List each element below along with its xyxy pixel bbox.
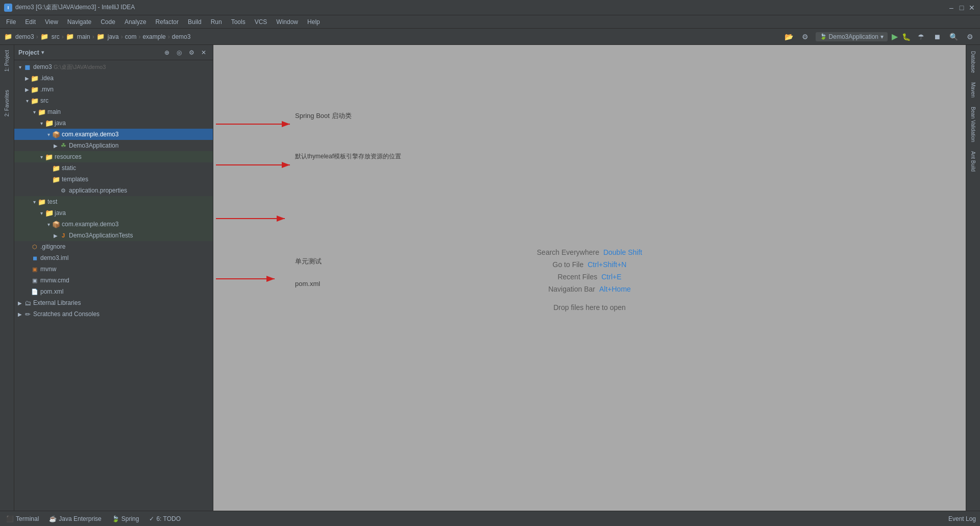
spring-label: Spring [121, 515, 139, 522]
run-config-dropdown[interactable]: ▾ [880, 33, 884, 40]
tree-item-mvn[interactable]: ▶ 📁 .mvn [14, 84, 213, 95]
side-tab-project[interactable]: 1: Project [2, 47, 12, 75]
panel-title-dropdown[interactable]: ▾ [41, 50, 44, 55]
toolbar-settings-btn[interactable]: ⚙ [964, 31, 976, 43]
menu-file[interactable]: File [2, 17, 20, 27]
breadcrumb-java[interactable]: 📁 java [96, 33, 119, 41]
breadcrumb-item-demo3-pkg: demo3 [172, 33, 191, 40]
nav-bar-label: Navigation Bar [548, 285, 595, 293]
menu-window[interactable]: Window [272, 17, 302, 27]
menu-help[interactable]: Help [303, 17, 324, 27]
breadcrumb-demo3-pkg[interactable]: demo3 [172, 33, 191, 40]
tree-item-pom-xml[interactable]: ▶ 📄 pom.xml [14, 286, 213, 297]
tree-item-demo3-root[interactable]: ▾ ◼ demo3 G:\桌面\JAVA\demo3 [14, 61, 213, 73]
side-tab-database[interactable]: Database [968, 47, 978, 77]
stop-button[interactable]: ⏹ [931, 31, 943, 43]
com-example-test-label: com.example.demo3 [62, 221, 118, 228]
menu-run[interactable]: Run [207, 17, 226, 27]
side-tab-favorites[interactable]: 2: Favorites [2, 87, 12, 119]
menu-refactor[interactable]: Refactor [152, 17, 183, 27]
tree-item-gitignore[interactable]: ▶ ⬡ .gitignore [14, 241, 213, 252]
tree-item-com-example-test[interactable]: ▾ 📦 com.example.demo3 [14, 219, 213, 230]
tree-item-java-main[interactable]: ▾ 📁 java [14, 117, 213, 129]
tree-item-java-test[interactable]: ▾ 📁 java [14, 207, 213, 219]
app-props-label: application.properties [69, 187, 127, 194]
folder-icon-main: 📁 [66, 33, 74, 41]
tree-item-application-props[interactable]: ▶ ⚙ application.properties [14, 185, 213, 196]
panel-settings-btn[interactable]: ⚙ [186, 47, 197, 58]
open-folder-btn[interactable]: 📂 [783, 31, 795, 43]
tree-item-resources[interactable]: ▾ 📁 resources [14, 151, 213, 162]
tree-item-mvnw[interactable]: ▶ ▣ mvnw [14, 264, 213, 275]
close-button[interactable]: ✕ [968, 4, 976, 12]
menu-edit[interactable]: Edit [21, 17, 40, 27]
coverage-button[interactable]: ☂ [915, 31, 927, 43]
side-tab-bean-validation[interactable]: Bean Validation [968, 103, 978, 146]
search-everywhere-hint: Search Everywhere Double Shift [537, 248, 642, 256]
iml-icon: ◼ [31, 254, 39, 262]
editor-hints: Search Everywhere Double Shift Go to Fil… [537, 244, 642, 312]
menu-view[interactable]: View [41, 17, 62, 27]
breadcrumb-com[interactable]: com [125, 33, 137, 40]
tree-item-templates[interactable]: ▶ 📁 templates [14, 174, 213, 185]
run-button[interactable]: ▶ [892, 32, 898, 41]
java-main-label: java [55, 119, 66, 127]
mvnw-label: mvnw [40, 266, 56, 273]
folder-icon-src-tree: 📁 [31, 97, 39, 105]
breadcrumb-src[interactable]: 📁 src [40, 33, 60, 41]
java-enterprise-icon: ☕ [49, 515, 57, 522]
tree-item-test[interactable]: ▾ 📁 test [14, 196, 213, 207]
menu-tools[interactable]: Tools [227, 17, 250, 27]
bottom-tab-java-enterprise[interactable]: ☕ Java Enterprise [47, 514, 103, 523]
tree-item-external-libs[interactable]: ▶ 🗂 External Libraries [14, 297, 213, 308]
menu-vcs[interactable]: VCS [251, 17, 272, 27]
breadcrumb-example[interactable]: example [142, 33, 165, 40]
panel-title: Project ▾ [18, 49, 44, 56]
todo-label: 6: TODO [156, 515, 181, 522]
tree-item-com-example-demo3[interactable]: ▾ 📦 com.example.demo3 [14, 129, 213, 140]
breadcrumb-demo3[interactable]: 📁 demo3 [4, 33, 34, 41]
menu-navigate[interactable]: Navigate [63, 17, 95, 27]
breadcrumb-main[interactable]: 📁 main [66, 33, 90, 41]
tree-item-demo3-iml[interactable]: ▶ ◼ demo3.iml [14, 252, 213, 264]
tree-item-mvnw-cmd[interactable]: ▶ ▣ mvnw.cmd [14, 275, 213, 286]
run-configuration[interactable]: 🍃 Demo3Application ▾ [816, 32, 888, 41]
tree-item-src[interactable]: ▾ 📁 src [14, 95, 213, 106]
tree-item-scratches[interactable]: ▶ ✏ Scratches and Consoles [14, 308, 213, 320]
minimize-button[interactable]: – [947, 4, 955, 12]
folder-icon-java-main: 📁 [45, 119, 53, 127]
spring-icon: 🍃 [820, 33, 827, 40]
resources-label: resources [55, 153, 82, 160]
collapse-all-btn[interactable]: ⊕ [162, 47, 172, 58]
side-tab-ant-build[interactable]: Ant Build [968, 147, 978, 176]
tree-item-idea[interactable]: ▶ 📁 .idea [14, 73, 213, 84]
nav-bar-hint: Navigation Bar Alt+Home [537, 285, 642, 293]
bottom-tab-todo[interactable]: ✓ 6: TODO [147, 514, 183, 523]
locate-btn[interactable]: ◎ [174, 47, 184, 58]
panel-hide-btn[interactable]: ✕ [199, 47, 209, 58]
side-tab-maven[interactable]: Maven [968, 78, 978, 102]
test-label: test [47, 198, 57, 205]
tree-item-static[interactable]: ▶ 📁 static [14, 162, 213, 174]
event-log-label[interactable]: Event Log [948, 515, 976, 522]
menu-code[interactable]: Code [96, 17, 119, 27]
unit-test-annotation-text: 单元测试 [295, 257, 322, 266]
arrow-demo3: ▾ [16, 64, 23, 70]
tree-item-demo3application[interactable]: ▶ ☘ Demo3Application [14, 140, 213, 151]
debug-button[interactable]: 🐛 [902, 33, 911, 41]
demo3applicationtests-label: Demo3ApplicationTests [69, 232, 133, 239]
java-test-class-icon: J [59, 231, 67, 240]
arrow-src: ▾ [23, 98, 31, 104]
demo3-root-label: demo3 [33, 63, 54, 70]
bottom-tab-spring[interactable]: 🍃 Spring [110, 514, 141, 523]
bottom-tab-terminal[interactable]: ⬛ Terminal [4, 514, 41, 523]
menu-build[interactable]: Build [184, 17, 206, 27]
maximize-button[interactable]: □ [958, 4, 966, 12]
tree-item-main[interactable]: ▾ 📁 main [14, 106, 213, 117]
search-everywhere-btn[interactable]: 🔍 [947, 31, 960, 43]
git-icon: ⬡ [31, 243, 39, 251]
breadcrumb-item-com: com [125, 33, 137, 40]
menu-analyze[interactable]: Analyze [120, 17, 151, 27]
tree-item-demo3applicationtests[interactable]: ▶ J Demo3ApplicationTests [14, 230, 213, 241]
settings-btn[interactable]: ⚙ [799, 31, 812, 43]
